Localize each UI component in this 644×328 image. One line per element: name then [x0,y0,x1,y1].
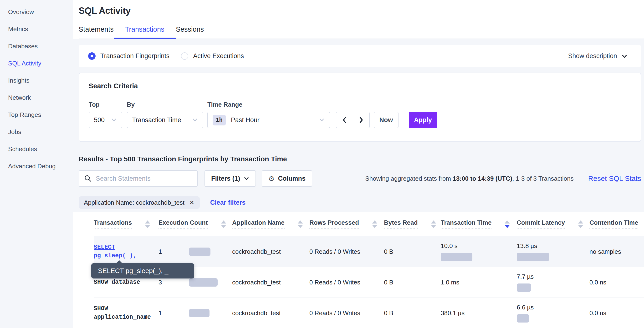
clear-filters-link[interactable]: Clear filters [210,199,246,206]
time-range-value: Past Hour [231,116,260,124]
sort-icon[interactable] [578,220,583,228]
stats-prefix: Showing aggregated stats from [365,175,452,182]
execution-count-cell: 1 [158,248,232,256]
sort-icon[interactable] [372,220,377,228]
statement-tooltip: SELECT pg_sleep(_), _ [91,263,194,279]
search-icon [84,174,92,182]
commit-latency-bar [517,253,549,261]
columns-button[interactable]: ⚙ Columns [262,170,312,187]
column-header-commit-latency[interactable]: Commit Latency [517,219,590,229]
sort-icon[interactable] [298,220,303,228]
transaction-time-bar [441,253,472,261]
tab-bar: Statements Transactions Sessions [79,25,644,39]
time-range-field: Time Range 1h Past Hour [207,101,330,128]
show-description-toggle[interactable]: Show description [568,52,628,60]
transaction-time-value: 1.0 ms [441,279,517,286]
sort-desc-icon[interactable] [504,220,510,228]
chevron-left-icon [342,116,348,124]
search-statements-box [79,170,198,187]
transaction-time-cell: 1.0 ms [441,279,517,286]
previous-range-button[interactable] [336,112,353,128]
radio-unselected-icon[interactable] [181,52,188,60]
sort-icon[interactable] [221,220,226,228]
rows-processed-cell: 0 Reads / 0 Writes [309,279,384,286]
commit-latency-value: 6.6 µs [517,304,590,311]
search-criteria-fields: Top 500 By Transaction Time [89,101,641,128]
transaction-cell[interactable]: SHOW database [94,278,158,287]
column-header-bytes-read[interactable]: Bytes Read [384,219,441,229]
vertical-divider [581,171,581,186]
time-range-badge: 1h [212,115,226,126]
sidebar-item-metrics[interactable]: Metrics [0,20,73,38]
table-header-row: Transactions Execution Count Application… [94,212,644,236]
column-header-contention-time[interactable]: Contention Time [590,219,644,229]
by-select[interactable]: Transaction Time [127,112,203,128]
execution-count-bar [189,309,210,317]
transaction-text-line: application_name [94,313,158,322]
filters-button[interactable]: Filters (1) [204,170,256,187]
chevron-down-icon [244,176,249,181]
search-statements-input[interactable] [96,175,192,182]
sidebar-item-jobs[interactable]: Jobs [0,123,73,141]
time-range-select[interactable]: 1h Past Hour [207,112,330,128]
column-header-rows-processed[interactable]: Rows Processed [309,219,384,229]
commit-latency-cell: 7.7 µs [517,273,590,292]
radio-selected-icon[interactable] [88,52,96,60]
sidebar-item-overview[interactable]: Overview [0,3,73,20]
top-field: Top 500 [89,101,122,128]
transaction-fingerprint-link[interactable]: SELECT pg_sleep(_), _ [94,243,144,260]
results-controls: Filters (1) ⚙ Columns Showing aggregated… [79,170,641,187]
page-header: SQL Activity Statements Transactions Ses… [73,0,644,39]
show-description-label: Show description [568,52,617,60]
app-root: Overview Metrics Databases SQL Activity … [0,0,644,328]
sidebar-item-top-ranges[interactable]: Top Ranges [0,106,73,123]
column-header-transactions[interactable]: Transactions [94,219,158,229]
tab-sessions[interactable]: Sessions [170,25,210,38]
sidebar-item-network[interactable]: Network [0,89,73,106]
chevron-right-icon [358,116,364,124]
column-label: Commit Latency [517,219,565,229]
reset-sql-stats-link[interactable]: Reset SQL Stats [588,174,641,182]
commit-latency-cell: 6.6 µs [517,304,590,323]
radio-transaction-fingerprints[interactable]: Transaction Fingerprints [88,52,170,60]
close-icon[interactable]: ✕ [189,199,194,206]
sidebar-item-databases[interactable]: Databases [0,38,73,55]
transaction-cell[interactable]: SHOW application_name [94,305,158,322]
sidebar-item-insights[interactable]: Insights [0,72,73,89]
stats-suffix: , 1-3 of 3 Transactions [512,175,574,182]
gear-icon: ⚙ [268,174,275,183]
column-header-execution-count[interactable]: Execution Count [158,219,232,229]
top-value: 500 [94,116,105,124]
apply-button[interactable]: Apply [409,112,437,128]
top-select[interactable]: 500 [89,112,122,128]
sort-icon[interactable] [431,220,436,228]
top-label: Top [89,101,122,108]
time-range-label: Time Range [207,101,330,108]
search-criteria-card: Search Criteria Top 500 By Transaction T… [79,73,641,142]
sidebar-item-advanced-debug[interactable]: Advanced Debug [0,158,73,175]
chevron-down-icon [621,53,628,59]
next-range-button[interactable] [353,112,369,128]
bytes-read-cell: 0 B [384,279,441,286]
tab-transactions[interactable]: Transactions [120,25,170,38]
table-row: SELECT pg_sleep(_), _ 1 cockroachdb_test… [94,236,644,267]
column-label: Rows Processed [309,219,359,229]
bytes-read-cell: 0 B [384,248,441,255]
now-button[interactable]: Now [374,112,398,128]
transaction-text-line: SHOW [94,305,158,313]
sort-icon[interactable] [145,220,150,228]
sidebar-item-schedules[interactable]: Schedules [0,141,73,158]
rows-processed-cell: 0 Reads / 0 Writes [309,248,384,255]
search-criteria-heading: Search Criteria [89,82,641,90]
execution-count-value: 1 [158,310,189,317]
sidebar-item-sql-activity[interactable]: SQL Activity [0,55,73,72]
column-header-application-name[interactable]: Application Name [232,219,309,229]
tab-statements[interactable]: Statements [79,25,120,38]
transaction-text-line: SELECT [94,243,144,252]
column-header-transaction-time[interactable]: Transaction Time [441,219,517,229]
transaction-cell: SELECT pg_sleep(_), _ [94,243,158,260]
by-label: By [127,101,203,108]
commit-latency-bar [517,284,531,292]
radio-active-executions[interactable]: Active Executions [181,52,244,60]
radio-label: Active Executions [193,52,244,60]
